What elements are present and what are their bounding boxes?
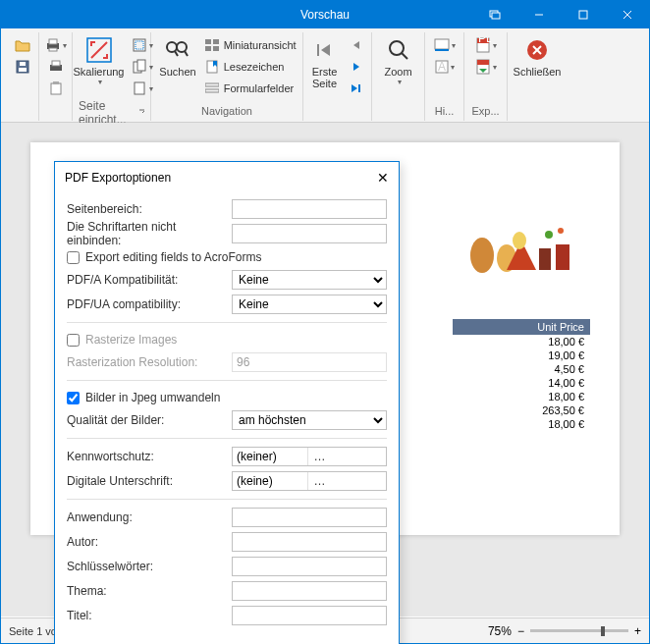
svg-rect-11	[49, 48, 57, 51]
bookmarks-button[interactable]: Lesezeichen	[202, 56, 298, 78]
application-input[interactable]	[232, 508, 387, 527]
svg-rect-7	[19, 68, 27, 72]
dialog-close-button[interactable]: ✕	[377, 170, 389, 186]
prev-page-button[interactable]	[345, 34, 368, 56]
pdfa-label: PDF/A Kompatibilität:	[67, 273, 232, 287]
restore-icon[interactable]	[472, 1, 516, 28]
svg-rect-15	[53, 81, 59, 84]
quick-print-button[interactable]	[44, 56, 68, 78]
minimize-button[interactable]	[516, 1, 561, 28]
ribbon: ▾ Skalierung▾ ▾ ▾ ▾ Seite einricht... Su…	[1, 28, 649, 123]
export-acroforms-label: Export editing fields to AcroForms	[85, 250, 261, 264]
next-page-button[interactable]	[345, 56, 368, 78]
svg-rect-54	[556, 244, 569, 270]
page-range-input[interactable]	[232, 199, 387, 219]
title-field-label: Titel:	[67, 609, 232, 622]
subject-input[interactable]	[232, 581, 387, 601]
svg-rect-27	[213, 39, 219, 44]
svg-rect-31	[205, 83, 219, 86]
pdf-export-dialog: PDF Exportoptionen ✕ Seitenbereich: Die …	[54, 161, 400, 644]
svg-text:PDF: PDF	[478, 37, 491, 45]
open-button[interactable]	[11, 34, 34, 56]
raster-res-input	[232, 352, 387, 372]
product-image	[462, 211, 580, 280]
signature-label: Digitale Unterschrift:	[67, 474, 232, 488]
dialog-title: PDF Exportoptionen	[65, 171, 171, 185]
svg-line-36	[402, 53, 407, 59]
search-button[interactable]: Suchen	[155, 34, 199, 99]
author-input[interactable]	[232, 532, 387, 552]
unit-price-header: Unit Price	[453, 319, 590, 335]
image-quality-label: Qualität der Bilder:	[67, 413, 232, 427]
image-quality-select[interactable]: am höchsten	[232, 410, 387, 430]
pdfua-select[interactable]: Keine	[232, 295, 387, 314]
maximize-button[interactable]	[561, 1, 605, 28]
svg-rect-28	[205, 46, 211, 51]
pdfa-select[interactable]: Keine	[232, 270, 387, 290]
bg-color-button[interactable]: ▾	[433, 34, 457, 56]
page-indicator: Seite 1 vo	[9, 625, 57, 637]
rasterize-checkbox[interactable]	[67, 334, 80, 347]
print-button[interactable]: ▾	[44, 34, 68, 56]
title-input[interactable]	[232, 606, 387, 625]
last-page-button[interactable]	[345, 78, 368, 99]
svg-rect-20	[137, 60, 145, 71]
export-acroforms-checkbox[interactable]	[67, 251, 80, 264]
svg-line-25	[185, 51, 188, 56]
close-button[interactable]	[605, 1, 649, 28]
close-preview-button[interactable]: Schließen	[510, 34, 566, 103]
orientation-button[interactable]: ▾	[131, 56, 154, 78]
svg-point-56	[558, 228, 564, 234]
convert-jpeg-checkbox[interactable]	[67, 392, 80, 404]
zoom-minus-button[interactable]: −	[517, 624, 524, 638]
clipboard-button[interactable]	[44, 78, 68, 99]
svg-rect-14	[51, 83, 61, 94]
password-combo[interactable]: (keiner)…	[232, 447, 387, 466]
export-pdf2-button[interactable]: ▾	[474, 56, 498, 78]
author-label: Autor:	[67, 535, 232, 549]
signature-combo[interactable]: (keine)…	[232, 471, 387, 491]
export-pdf-button[interactable]: PDF▾	[474, 34, 498, 56]
keywords-input[interactable]	[232, 557, 387, 576]
svg-rect-29	[213, 46, 219, 51]
svg-rect-34	[358, 84, 360, 92]
zoom-plus-button[interactable]: +	[634, 624, 641, 638]
no-embed-fonts-input[interactable]	[232, 224, 387, 243]
svg-rect-18	[135, 41, 143, 49]
raster-res-label: Rasterization Resolution:	[67, 355, 232, 369]
svg-point-50	[470, 238, 494, 273]
window-title: Vorschau	[300, 8, 350, 22]
scale-button[interactable]: Skalierung▾	[70, 34, 129, 99]
application-label: Anwendung:	[67, 510, 232, 524]
svg-rect-32	[205, 89, 219, 92]
svg-rect-53	[539, 248, 551, 270]
size-button[interactable]: ▾	[131, 78, 154, 99]
password-label: Kennwortschutz:	[67, 450, 232, 463]
keywords-label: Schlüsselwörter:	[67, 560, 232, 573]
zoom-slider[interactable]	[530, 629, 628, 632]
svg-point-23	[177, 42, 187, 52]
svg-rect-21	[135, 82, 144, 94]
subject-label: Thema:	[67, 584, 232, 598]
thumbnails-button[interactable]: Miniaturansicht	[202, 34, 298, 56]
first-page-button[interactable]: Erste Seite	[307, 34, 343, 103]
save-button[interactable]	[11, 56, 34, 78]
no-embed-fonts-label: Die Schriftarten nicht einbinden:	[67, 220, 232, 247]
svg-point-22	[167, 42, 177, 52]
svg-rect-10	[49, 39, 57, 44]
svg-rect-38	[435, 49, 449, 51]
svg-rect-13	[52, 61, 60, 66]
svg-rect-33	[317, 44, 319, 56]
svg-point-52	[513, 232, 526, 249]
svg-rect-37	[435, 39, 449, 49]
titlebar: Vorschau	[1, 1, 649, 28]
zoom-button[interactable]: Zoom▾	[380, 34, 415, 103]
svg-rect-1	[492, 13, 500, 19]
watermark-button[interactable]: A▾	[433, 56, 457, 78]
svg-rect-45	[477, 60, 489, 65]
pdfua-label: PDF/UA compatibility:	[67, 297, 232, 311]
svg-rect-8	[20, 62, 26, 66]
formfields-button[interactable]: Formularfelder	[202, 78, 298, 99]
margins-button[interactable]: ▾	[131, 34, 154, 56]
svg-rect-26	[205, 39, 211, 44]
